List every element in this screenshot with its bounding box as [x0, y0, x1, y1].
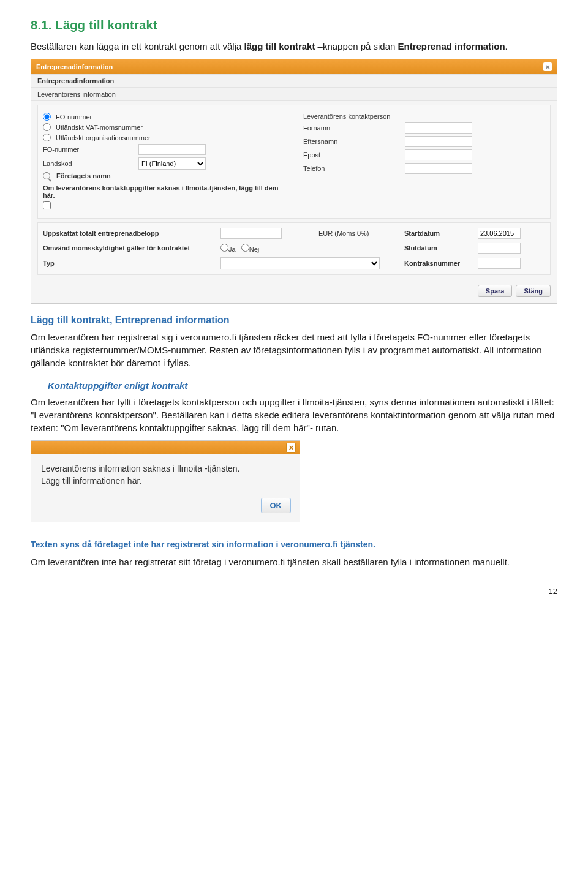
slutdatum-input[interactable] [478, 243, 521, 254]
search-icon[interactable] [43, 172, 50, 179]
currency-label: EUR (Moms 0%) [318, 230, 404, 237]
fornamn-input[interactable] [405, 122, 472, 134]
right-column: Leverantörens kontaktperson Förnamn Efte… [303, 110, 545, 213]
ok-button[interactable]: OK [261, 498, 292, 513]
text-line: Lägg till informationen här. [41, 475, 290, 487]
button-bar: OK [31, 493, 300, 522]
field-label: Företagets namn [56, 172, 137, 179]
spara-button[interactable]: Spara [478, 285, 513, 297]
help-note: Om leverantörens kontaktuppgifter saknas… [43, 182, 285, 199]
paragraph: Om leverantören har registrerat sig i ve… [31, 331, 557, 369]
bold-text: Entreprenad information [398, 41, 505, 51]
radio-label: Ja [228, 246, 236, 253]
subheading: Lägg till kontrakt, Entreprenad informat… [31, 315, 557, 326]
left-column: FO-nummer Utländskt VAT-momsnummer Utlän… [43, 110, 285, 213]
message-box-screenshot: ✕ Leverantörens information saknas i Ilm… [31, 440, 300, 522]
field-label: Slutdatum [404, 244, 478, 252]
section-heading: 8.1. Lägg till kontrakt [31, 18, 557, 32]
field-label: FO-nummer [43, 146, 135, 153]
dialog-title: Entreprenadinformation [36, 63, 113, 70]
bold-text: lägg till kontrakt [244, 41, 315, 51]
belopp-input[interactable] [221, 228, 282, 239]
supplier-panel: FO-nummer Utländskt VAT-momsnummer Utlän… [37, 105, 551, 219]
intro-paragraph: Beställaren kan lägga in ett kontrakt ge… [31, 40, 557, 53]
radio-label: Utländskt VAT-momsnummer [56, 124, 160, 131]
field-label: Epost [303, 151, 401, 159]
landskod-select[interactable]: FI (Finland) [138, 157, 206, 170]
dialog-titlebar: Entreprenadinformation ✕ [31, 59, 557, 74]
field-label: Omvänd momsskyldighet gäller för kontrak… [43, 244, 221, 252]
stang-button[interactable]: Stäng [516, 285, 551, 297]
text: Beställaren kan lägga in ett kontrakt ge… [31, 41, 244, 51]
radio-label: FO-nummer [56, 113, 160, 121]
section-label: Leverantörens information [31, 88, 557, 101]
field-label: Telefon [303, 165, 401, 172]
close-icon[interactable]: ✕ [286, 443, 296, 453]
contract-panel: Uppskattat totalt entreprenadbelopp EUR … [37, 222, 551, 275]
form-screenshot: Entreprenadinformation ✕ Entreprenadinfo… [31, 59, 557, 304]
radio-label: Utländskt organisationsnummer [56, 134, 160, 141]
ja-radio[interactable] [221, 244, 228, 252]
org-nummer-radio[interactable] [43, 134, 51, 141]
telefon-input[interactable] [405, 163, 472, 174]
paragraph: Om leverantören har fyllt i företagets k… [31, 396, 557, 434]
field-label: Uppskattat totalt entreprenadbelopp [43, 230, 221, 237]
fo-nummer-input[interactable] [138, 144, 206, 155]
text: –knappen på sidan [315, 41, 398, 51]
field-label: Startdatum [404, 230, 478, 237]
subheading: Kontaktuppgifter enligt kontrakt [31, 380, 557, 391]
field-label: Leverantörens kontaktperson [303, 113, 401, 120]
add-contact-checkbox[interactable] [43, 201, 51, 209]
paragraph: Om leverantören inte har registrerat sit… [31, 555, 557, 568]
dialog-titlebar: ✕ [31, 441, 300, 454]
message-text: Leverantörens information saknas i Ilmoi… [31, 454, 300, 493]
kontraknr-input[interactable] [478, 258, 521, 269]
text-line: Leverantörens information saknas i Ilmoi… [41, 463, 290, 475]
field-label: Förnamn [303, 124, 401, 132]
page-number: 12 [31, 587, 557, 596]
section-label: Entreprenadinformation [31, 74, 557, 88]
typ-select[interactable] [221, 257, 380, 269]
field-label: Landskod [43, 160, 135, 167]
text: . [505, 41, 508, 51]
field-label: Eftersnamn [303, 138, 401, 145]
efternamn-input[interactable] [405, 136, 472, 147]
nej-radio[interactable] [241, 244, 249, 252]
epost-input[interactable] [405, 149, 472, 160]
button-bar: Spara Stäng [31, 279, 557, 303]
close-icon[interactable]: ✕ [543, 62, 552, 71]
caption: Texten syns då företaget inte har regist… [31, 540, 557, 549]
radio-label: Nej [249, 246, 260, 253]
vat-nummer-radio[interactable] [43, 123, 51, 131]
fo-nummer-radio[interactable] [43, 113, 51, 121]
field-label: Typ [43, 260, 221, 267]
field-label: Kontraksnummer [404, 260, 478, 267]
startdatum-input[interactable] [478, 228, 521, 239]
